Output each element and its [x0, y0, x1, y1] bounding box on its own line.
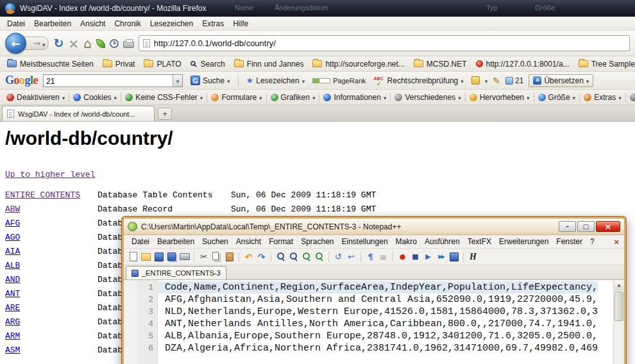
notepad-menu-ausf-hren[interactable]: Ausführen: [421, 236, 464, 247]
google-bookmarks-button[interactable]: Lesezeichen: [244, 74, 308, 87]
redo-icon[interactable]: [256, 251, 267, 262]
firefox-menu-datei[interactable]: Datei: [3, 17, 30, 30]
webdev-quelltext[interactable]: Quelltext: [626, 93, 635, 102]
firefox-menu-extras[interactable]: Extras: [198, 17, 228, 30]
scrollbar-thumb[interactable]: [614, 292, 623, 321]
folder-icon[interactable]: [140, 251, 151, 262]
tab-wsgidav[interactable]: WsgiDAV - Index of /world-db/count...: [2, 106, 155, 121]
history-dropdown-icon[interactable]: [42, 38, 46, 49]
minimize-button[interactable]: [559, 221, 576, 232]
new-tab-button[interactable]: +: [158, 108, 172, 120]
bookmark-privat[interactable]: Privat: [98, 60, 140, 69]
sync-icon[interactable]: [333, 251, 344, 262]
guide-icon[interactable]: [378, 251, 389, 262]
url-bar[interactable]: http://127.0.0.1/world-db/country/: [139, 35, 630, 51]
print-icon[interactable]: [123, 41, 134, 48]
notepad-menu-textfx[interactable]: TextFX: [464, 236, 495, 247]
wrap-icon[interactable]: [346, 251, 357, 262]
notepad-titlebar[interactable]: C:\Users\Martin\AppData\Local\Temp\_ENTI…: [124, 219, 624, 235]
bookmark-meistbesuchte-seiten[interactable]: Meistbesuchte Seiten: [3, 60, 98, 69]
firefox-menu-lesezeichen[interactable]: Lesezeichen: [146, 17, 198, 30]
notepad-menu-ansicht[interactable]: Ansicht: [232, 236, 265, 247]
notepad-menu-einstellungen[interactable]: Einstellungen: [338, 236, 392, 247]
back-button[interactable]: [5, 33, 26, 54]
play-icon[interactable]: [423, 251, 434, 262]
firefox-menu-ansicht[interactable]: Ansicht: [76, 17, 110, 30]
webdev-formulare[interactable]: Formulare: [207, 93, 266, 102]
bookmark-mcsd-net[interactable]: MCSD.NET: [409, 60, 471, 69]
close-button[interactable]: [596, 221, 620, 232]
zoom-out-icon[interactable]: [314, 251, 325, 262]
webdev-gr-e[interactable]: Größe: [534, 93, 580, 102]
listing-link-ago[interactable]: AGO: [5, 233, 97, 242]
webdev-deaktivieren[interactable]: Deaktivieren: [3, 93, 69, 102]
listing-link-are[interactable]: ARE: [5, 303, 97, 313]
notepad-menu-fenster[interactable]: Fenster: [552, 236, 586, 247]
webdev-hervorheben[interactable]: Hervorheben: [466, 93, 534, 102]
webdev-grafiken[interactable]: Grafiken: [267, 93, 319, 102]
save-macro-icon[interactable]: [448, 251, 459, 262]
notepad-menu-sprachen[interactable]: Sprachen: [297, 236, 337, 247]
google-search-box[interactable]: 21: [43, 74, 183, 87]
page-icon[interactable]: [128, 251, 139, 262]
undo-icon[interactable]: [243, 251, 254, 262]
notepad-menu-makro[interactable]: Makro: [392, 236, 421, 247]
floppy-icon[interactable]: [153, 251, 164, 262]
listing-link-and[interactable]: AND: [5, 275, 97, 285]
notepad-menu-datei[interactable]: Datei: [128, 236, 153, 247]
spellcheck-button[interactable]: Rechtschreibprüfung: [371, 75, 466, 87]
paste-icon[interactable]: [224, 251, 235, 262]
listing-link-alb[interactable]: ALB: [5, 261, 97, 270]
stop-icon[interactable]: [410, 251, 421, 262]
h-icon[interactable]: [468, 251, 478, 262]
cut-icon[interactable]: [198, 251, 209, 262]
webdev-cookies[interactable]: Cookies: [69, 93, 121, 102]
url-text[interactable]: http://127.0.0.1/world-db/country/: [154, 38, 276, 48]
google-search-input[interactable]: 21: [44, 75, 173, 87]
play-multi-icon[interactable]: [436, 251, 446, 262]
listing-link-afg[interactable]: AFG: [5, 219, 97, 228]
pencil-icon[interactable]: [493, 76, 500, 86]
bookmark-tree-samples[interactable]: Tree Samples: [574, 60, 635, 69]
firefox-menu-bearbeiten[interactable]: Bearbeiten: [30, 17, 76, 30]
pagerank-indicator[interactable]: PageRank: [312, 77, 366, 85]
up-to-higher-level-link[interactable]: Up to higher level: [5, 170, 95, 179]
find-icon[interactable]: [275, 251, 286, 262]
copy-icon[interactable]: [211, 251, 222, 262]
dropdown-caret-icon[interactable]: [485, 77, 488, 85]
zoom-in-icon[interactable]: [301, 251, 312, 262]
floppy-all-icon[interactable]: [166, 251, 177, 262]
translate-button[interactable]: Übersetzen: [529, 74, 593, 87]
close-document-icon[interactable]: [614, 237, 619, 247]
bookmark-finn-und-jannes[interactable]: Finn und Jannes: [230, 60, 309, 69]
notepad-menu-erweiterungen[interactable]: Erweiterungen: [495, 236, 552, 247]
bookmark-http-127-0-0-1-8001-a[interactable]: http://127.0.0.1:8001/a...: [471, 60, 574, 69]
notepad-menu-format[interactable]: Format: [265, 236, 297, 247]
scroll-up-icon[interactable]: [614, 280, 624, 290]
listing-link-arm[interactable]: ARM: [5, 331, 97, 341]
find-repl-icon[interactable]: [288, 251, 299, 262]
notepad-tab[interactable]: _ENTIRE_CONTENTS-3: [126, 266, 226, 279]
autofill-icon[interactable]: [471, 76, 480, 85]
webdev-keine-css-fehler[interactable]: Keine CSS-Fehler: [121, 93, 207, 102]
listing-link-ant[interactable]: ANT: [5, 289, 97, 299]
stop-button[interactable]: [68, 37, 79, 50]
print-icon[interactable]: [179, 251, 190, 262]
firefox-menu-chronik[interactable]: Chronik: [110, 17, 145, 30]
listing-link-arg[interactable]: ARG: [5, 317, 97, 327]
listing-link-aia[interactable]: AIA: [5, 247, 97, 256]
firefox-menu-hilfe[interactable]: Hilfe: [228, 17, 253, 30]
notepad-editor[interactable]: 1Code,Name,Continent,Region,SurfaceArea,…: [124, 280, 624, 364]
notepad-menu-help[interactable]: ?: [586, 236, 598, 247]
history-clock-icon[interactable]: [110, 39, 119, 48]
listing-link-entire-contents[interactable]: ENTIRE CONTENTS: [5, 190, 97, 200]
notes-counter[interactable]: 21: [505, 76, 523, 85]
pilcrow-icon[interactable]: [365, 251, 376, 262]
listing-link-asm[interactable]: ASM: [5, 345, 97, 355]
bookmark-search[interactable]: Search: [186, 60, 230, 69]
maximize-button[interactable]: [577, 221, 595, 232]
notepad-menu-bearbeiten[interactable]: Bearbeiten: [153, 236, 198, 247]
editor-scrollbar[interactable]: [613, 280, 624, 364]
listing-link-abw[interactable]: ABW: [5, 204, 97, 214]
google-search-button[interactable]: Suche: [188, 74, 233, 87]
